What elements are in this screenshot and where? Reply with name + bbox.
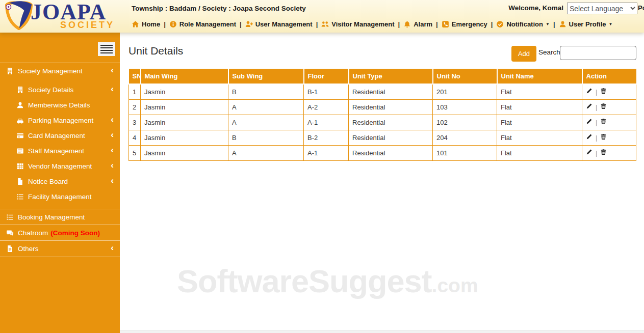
cell-unit-type: Residential: [349, 115, 433, 130]
trash-icon: [600, 133, 607, 140]
car-icon: [16, 117, 24, 124]
nav-separator: |: [240, 20, 242, 28]
chevron-left-icon: ‹: [111, 176, 114, 186]
sidebar-item-label: Society Management: [18, 67, 83, 75]
file-icon: [16, 178, 24, 185]
sidebar-item-chatroom[interactable]: Chatroom (Coming Soon): [0, 225, 120, 240]
nav-alarm[interactable]: Alarm: [403, 20, 432, 28]
cell-action: |: [582, 130, 636, 145]
table-row: 1 Jasmin B B-1 Residential 201 Flat |: [129, 84, 636, 99]
sidebar-item-card-management[interactable]: Card Management ‹: [0, 128, 120, 143]
action-separator: |: [596, 134, 597, 142]
table-grid-icon: [16, 162, 24, 170]
sidebar-item-society-management[interactable]: Society Management ‹: [0, 63, 120, 78]
edit-button[interactable]: [586, 103, 593, 109]
cell-unit-name: Flat: [497, 145, 582, 160]
nav-home[interactable]: Home: [132, 20, 160, 28]
nav-notification[interactable]: Notification▼: [496, 20, 549, 28]
edit-button[interactable]: [586, 149, 593, 155]
column-header-main-wing: Main Wing: [141, 69, 228, 84]
footer-strip: [120, 330, 644, 333]
sidebar-item-vendor-management[interactable]: Vendor Management ‹: [0, 158, 120, 174]
sidebar-menu: Society Management ‹ Society Details ‹ M…: [0, 63, 120, 257]
nav-separator: |: [553, 20, 555, 28]
cell-main-wing: Jasmin: [141, 145, 228, 160]
watermark-suffix: .com: [432, 274, 478, 296]
list-icon: [16, 193, 24, 201]
nav-visitor-management[interactable]: Visitor Management: [321, 20, 394, 28]
sidebar-item-label: Society Details: [28, 86, 73, 94]
cell-sn: 4: [129, 130, 141, 145]
top-nav: Home | Role Management | User Management…: [132, 20, 612, 28]
edit-button[interactable]: [586, 118, 593, 125]
pencil-icon: [586, 103, 593, 109]
sidebar-item-society-details[interactable]: Society Details ‹: [0, 82, 120, 97]
sidebar-item-parking-management[interactable]: Parking Management ‹: [0, 113, 120, 128]
column-header-sn: SN: [129, 69, 141, 84]
watermark: SoftwareSuggest.com: [177, 263, 478, 299]
cell-floor: B-1: [304, 84, 349, 99]
column-header-unit-name: Unit Name: [497, 69, 582, 84]
chevron-left-icon: ‹: [111, 160, 114, 171]
bell-icon: [403, 20, 411, 28]
chevron-down-icon: ▼: [609, 22, 613, 26]
sidebar-item-booking-management[interactable]: Booking Management: [0, 209, 120, 225]
language-select[interactable]: Select Language: [567, 3, 637, 14]
edit-button[interactable]: [586, 133, 593, 140]
nav-separator: |: [164, 20, 166, 28]
nav-label: Emergency: [452, 20, 487, 28]
hamburger-menu-button[interactable]: [98, 42, 115, 56]
sidebar-item-memberwise-details[interactable]: Memberwise Details: [0, 97, 120, 113]
cell-unit-no: 103: [433, 99, 497, 115]
delete-button[interactable]: [600, 103, 607, 109]
cell-sub-wing: A: [228, 115, 304, 130]
sidebar-item-facility-management[interactable]: Facility Management: [0, 189, 120, 204]
cell-unit-type: Residential: [349, 84, 433, 99]
nav-role-management[interactable]: Role Management: [169, 20, 236, 28]
nav-label: User Management: [255, 20, 313, 28]
main-content: Unit Details Add Search: SN Main Wing Su…: [120, 33, 644, 333]
sidebar-item-staff-management[interactable]: Staff Management ‹: [0, 143, 120, 158]
info-circle-icon: [169, 20, 177, 28]
file-lines-icon: [6, 245, 14, 253]
watermark-main: SoftwareSuggest: [177, 263, 432, 299]
edit-button[interactable]: [586, 88, 593, 94]
column-header-action: Action: [582, 69, 636, 84]
pencil-icon: [586, 149, 593, 155]
nav-user-management[interactable]: User Management: [245, 20, 313, 28]
page-title: Unit Details: [128, 45, 183, 57]
delete-button[interactable]: [600, 88, 607, 94]
breadcrumb: Township : Baddam / Society : Joapa Seco…: [132, 5, 306, 12]
nav-label: User Profile: [569, 20, 606, 28]
logo-subtitle: SOCIETY: [60, 20, 115, 31]
logo-text: JOAPA SOCIETY: [31, 1, 115, 31]
nav-label: Home: [142, 20, 160, 28]
trash-icon: [600, 118, 607, 125]
pencil-icon: [586, 88, 593, 94]
sidebar-item-label: Notice Board: [28, 178, 68, 185]
table-row: 5 Jasmin A A-1 Residential 101 Flat |: [129, 145, 636, 160]
search-input[interactable]: [560, 46, 636, 60]
cell-unit-no: 201: [433, 84, 497, 99]
table-row: 3 Jasmin A A-1 Residential 102 Flat |: [129, 115, 636, 130]
nav-separator: |: [491, 20, 493, 28]
cell-unit-no: 102: [433, 115, 497, 130]
cell-unit-no: 101: [433, 145, 497, 160]
delete-button[interactable]: [600, 133, 607, 140]
phone-square-icon: [442, 20, 449, 28]
sidebar-item-label: Memberwise Details: [28, 101, 90, 109]
nav-user-profile[interactable]: User Profile▼: [559, 20, 613, 28]
sidebar-item-others[interactable]: Others ‹: [0, 241, 120, 257]
home-icon: [132, 20, 139, 28]
action-separator: |: [596, 149, 597, 157]
building-icon: [16, 86, 24, 94]
nav-emergency[interactable]: Emergency: [442, 20, 487, 28]
delete-button[interactable]: [600, 118, 607, 125]
delete-button[interactable]: [600, 149, 607, 155]
nav-label: Role Management: [179, 20, 236, 28]
coming-soon-badge: (Coming Soon): [50, 229, 100, 237]
action-separator: |: [596, 103, 597, 111]
sidebar-item-notice-board[interactable]: Notice Board ‹: [0, 174, 120, 189]
table-header-row: SN Main Wing Sub Wing Floor Unit Type Un…: [129, 69, 636, 84]
add-button[interactable]: Add: [511, 46, 536, 62]
